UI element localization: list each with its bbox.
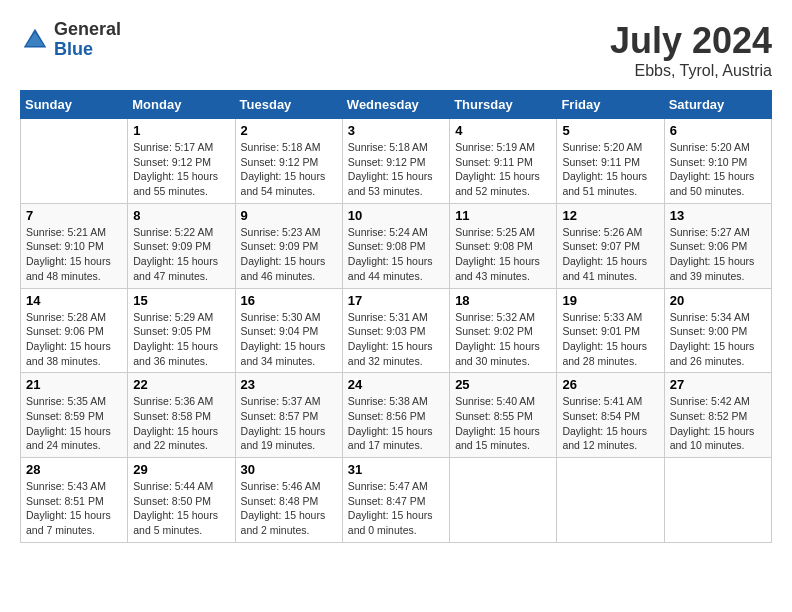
logo-blue-text: Blue [54, 39, 93, 59]
day-number: 19 [562, 293, 658, 308]
day-number: 21 [26, 377, 122, 392]
table-row: 6Sunrise: 5:20 AM Sunset: 9:10 PM Daylig… [664, 119, 771, 204]
day-number: 10 [348, 208, 444, 223]
table-row: 29Sunrise: 5:44 AM Sunset: 8:50 PM Dayli… [128, 458, 235, 543]
table-row: 8Sunrise: 5:22 AM Sunset: 9:09 PM Daylig… [128, 203, 235, 288]
table-row: 14Sunrise: 5:28 AM Sunset: 9:06 PM Dayli… [21, 288, 128, 373]
col-sunday: Sunday [21, 91, 128, 119]
day-info: Sunrise: 5:18 AM Sunset: 9:12 PM Dayligh… [348, 140, 444, 199]
table-row: 1Sunrise: 5:17 AM Sunset: 9:12 PM Daylig… [128, 119, 235, 204]
table-row: 5Sunrise: 5:20 AM Sunset: 9:11 PM Daylig… [557, 119, 664, 204]
calendar-week-row: 1Sunrise: 5:17 AM Sunset: 9:12 PM Daylig… [21, 119, 772, 204]
col-monday: Monday [128, 91, 235, 119]
day-number: 6 [670, 123, 766, 138]
col-wednesday: Wednesday [342, 91, 449, 119]
day-info: Sunrise: 5:25 AM Sunset: 9:08 PM Dayligh… [455, 225, 551, 284]
table-row: 10Sunrise: 5:24 AM Sunset: 9:08 PM Dayli… [342, 203, 449, 288]
day-info: Sunrise: 5:37 AM Sunset: 8:57 PM Dayligh… [241, 394, 337, 453]
table-row: 4Sunrise: 5:19 AM Sunset: 9:11 PM Daylig… [450, 119, 557, 204]
day-number: 13 [670, 208, 766, 223]
day-number: 7 [26, 208, 122, 223]
calendar-week-row: 28Sunrise: 5:43 AM Sunset: 8:51 PM Dayli… [21, 458, 772, 543]
calendar-week-row: 21Sunrise: 5:35 AM Sunset: 8:59 PM Dayli… [21, 373, 772, 458]
day-info: Sunrise: 5:36 AM Sunset: 8:58 PM Dayligh… [133, 394, 229, 453]
table-row: 20Sunrise: 5:34 AM Sunset: 9:00 PM Dayli… [664, 288, 771, 373]
day-info: Sunrise: 5:20 AM Sunset: 9:10 PM Dayligh… [670, 140, 766, 199]
table-row: 15Sunrise: 5:29 AM Sunset: 9:05 PM Dayli… [128, 288, 235, 373]
day-info: Sunrise: 5:31 AM Sunset: 9:03 PM Dayligh… [348, 310, 444, 369]
col-saturday: Saturday [664, 91, 771, 119]
day-number: 2 [241, 123, 337, 138]
table-row: 18Sunrise: 5:32 AM Sunset: 9:02 PM Dayli… [450, 288, 557, 373]
day-number: 12 [562, 208, 658, 223]
table-row: 17Sunrise: 5:31 AM Sunset: 9:03 PM Dayli… [342, 288, 449, 373]
table-row: 21Sunrise: 5:35 AM Sunset: 8:59 PM Dayli… [21, 373, 128, 458]
day-info: Sunrise: 5:24 AM Sunset: 9:08 PM Dayligh… [348, 225, 444, 284]
day-number: 1 [133, 123, 229, 138]
day-number: 17 [348, 293, 444, 308]
table-row: 23Sunrise: 5:37 AM Sunset: 8:57 PM Dayli… [235, 373, 342, 458]
day-number: 4 [455, 123, 551, 138]
location-subtitle: Ebbs, Tyrol, Austria [610, 62, 772, 80]
day-number: 18 [455, 293, 551, 308]
day-info: Sunrise: 5:35 AM Sunset: 8:59 PM Dayligh… [26, 394, 122, 453]
day-number: 20 [670, 293, 766, 308]
day-number: 16 [241, 293, 337, 308]
day-info: Sunrise: 5:30 AM Sunset: 9:04 PM Dayligh… [241, 310, 337, 369]
day-info: Sunrise: 5:21 AM Sunset: 9:10 PM Dayligh… [26, 225, 122, 284]
day-info: Sunrise: 5:26 AM Sunset: 9:07 PM Dayligh… [562, 225, 658, 284]
table-row [664, 458, 771, 543]
day-info: Sunrise: 5:34 AM Sunset: 9:00 PM Dayligh… [670, 310, 766, 369]
col-thursday: Thursday [450, 91, 557, 119]
table-row: 28Sunrise: 5:43 AM Sunset: 8:51 PM Dayli… [21, 458, 128, 543]
table-row: 26Sunrise: 5:41 AM Sunset: 8:54 PM Dayli… [557, 373, 664, 458]
table-row: 13Sunrise: 5:27 AM Sunset: 9:06 PM Dayli… [664, 203, 771, 288]
day-info: Sunrise: 5:29 AM Sunset: 9:05 PM Dayligh… [133, 310, 229, 369]
table-row: 22Sunrise: 5:36 AM Sunset: 8:58 PM Dayli… [128, 373, 235, 458]
day-info: Sunrise: 5:22 AM Sunset: 9:09 PM Dayligh… [133, 225, 229, 284]
logo-general-text: General [54, 19, 121, 39]
day-info: Sunrise: 5:42 AM Sunset: 8:52 PM Dayligh… [670, 394, 766, 453]
calendar-table: Sunday Monday Tuesday Wednesday Thursday… [20, 90, 772, 543]
day-info: Sunrise: 5:20 AM Sunset: 9:11 PM Dayligh… [562, 140, 658, 199]
col-tuesday: Tuesday [235, 91, 342, 119]
day-number: 3 [348, 123, 444, 138]
day-info: Sunrise: 5:32 AM Sunset: 9:02 PM Dayligh… [455, 310, 551, 369]
day-info: Sunrise: 5:19 AM Sunset: 9:11 PM Dayligh… [455, 140, 551, 199]
table-row: 2Sunrise: 5:18 AM Sunset: 9:12 PM Daylig… [235, 119, 342, 204]
day-info: Sunrise: 5:40 AM Sunset: 8:55 PM Dayligh… [455, 394, 551, 453]
table-row: 7Sunrise: 5:21 AM Sunset: 9:10 PM Daylig… [21, 203, 128, 288]
month-year-title: July 2024 [610, 20, 772, 62]
calendar-header-row: Sunday Monday Tuesday Wednesday Thursday… [21, 91, 772, 119]
logo-icon [20, 25, 50, 55]
logo: General Blue [20, 20, 121, 60]
day-info: Sunrise: 5:28 AM Sunset: 9:06 PM Dayligh… [26, 310, 122, 369]
day-info: Sunrise: 5:23 AM Sunset: 9:09 PM Dayligh… [241, 225, 337, 284]
day-number: 29 [133, 462, 229, 477]
calendar-week-row: 7Sunrise: 5:21 AM Sunset: 9:10 PM Daylig… [21, 203, 772, 288]
day-info: Sunrise: 5:43 AM Sunset: 8:51 PM Dayligh… [26, 479, 122, 538]
day-number: 14 [26, 293, 122, 308]
day-number: 25 [455, 377, 551, 392]
table-row: 30Sunrise: 5:46 AM Sunset: 8:48 PM Dayli… [235, 458, 342, 543]
table-row: 3Sunrise: 5:18 AM Sunset: 9:12 PM Daylig… [342, 119, 449, 204]
day-number: 22 [133, 377, 229, 392]
day-info: Sunrise: 5:33 AM Sunset: 9:01 PM Dayligh… [562, 310, 658, 369]
table-row [450, 458, 557, 543]
day-number: 24 [348, 377, 444, 392]
day-number: 11 [455, 208, 551, 223]
table-row: 19Sunrise: 5:33 AM Sunset: 9:01 PM Dayli… [557, 288, 664, 373]
day-number: 15 [133, 293, 229, 308]
day-number: 23 [241, 377, 337, 392]
day-info: Sunrise: 5:38 AM Sunset: 8:56 PM Dayligh… [348, 394, 444, 453]
col-friday: Friday [557, 91, 664, 119]
table-row: 12Sunrise: 5:26 AM Sunset: 9:07 PM Dayli… [557, 203, 664, 288]
day-number: 8 [133, 208, 229, 223]
day-info: Sunrise: 5:17 AM Sunset: 9:12 PM Dayligh… [133, 140, 229, 199]
day-number: 28 [26, 462, 122, 477]
table-row: 16Sunrise: 5:30 AM Sunset: 9:04 PM Dayli… [235, 288, 342, 373]
page-header: General Blue July 2024 Ebbs, Tyrol, Aust… [20, 20, 772, 80]
day-number: 26 [562, 377, 658, 392]
table-row: 31Sunrise: 5:47 AM Sunset: 8:47 PM Dayli… [342, 458, 449, 543]
table-row: 11Sunrise: 5:25 AM Sunset: 9:08 PM Dayli… [450, 203, 557, 288]
